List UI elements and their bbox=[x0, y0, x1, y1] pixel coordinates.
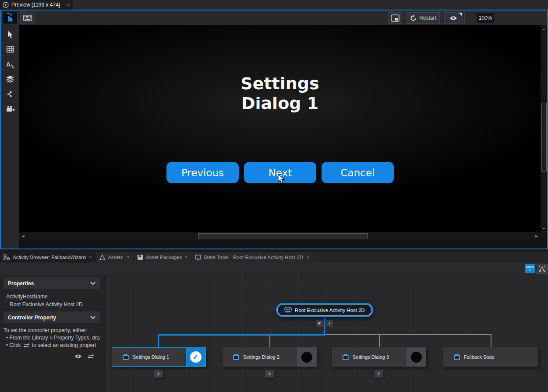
branch-tool-button[interactable] bbox=[3, 88, 17, 100]
tab-assets[interactable]: Assets × bbox=[96, 252, 134, 262]
controller-hint-bullet2: • Click to select an existing propert bbox=[6, 342, 104, 348]
check-icon: ✓ bbox=[190, 351, 202, 363]
connector-drop-dialog1 bbox=[158, 334, 159, 347]
property-action-buttons bbox=[74, 354, 94, 359]
add-transition-button[interactable]: + bbox=[265, 370, 274, 378]
tab-preview-label: Preview [1193 x 474] bbox=[11, 2, 60, 8]
connector-drop-dialog3 bbox=[379, 335, 380, 347]
state-node-settings-dialog-3[interactable]: Settings Dialog 3 bbox=[332, 347, 426, 367]
auto-layout-button[interactable]: AUTO ↓↑ bbox=[525, 264, 535, 273]
bottom-tab-bar: Activity Browser: FallbackWizard × Asset… bbox=[0, 252, 548, 262]
tab-preview[interactable]: Preview [1193 x 474] × bbox=[0, 0, 73, 10]
restart-button[interactable]: Restart bbox=[407, 12, 440, 24]
state-node-settings-dialog-2[interactable]: Settings Dialog 2 bbox=[223, 347, 317, 367]
close-icon[interactable]: × bbox=[306, 255, 309, 260]
visibility-dropdown-button[interactable] bbox=[444, 12, 463, 24]
toolbar-separator bbox=[464, 12, 465, 24]
dropdown-corner-icon bbox=[459, 13, 462, 16]
preview-horizontal-scrollbar[interactable]: ◀ ▶ bbox=[19, 232, 541, 240]
state-node-fallback-state[interactable]: Fallback State bbox=[443, 347, 538, 367]
scroll-right-icon[interactable]: ▶ bbox=[534, 232, 540, 240]
activity-host-icon bbox=[284, 307, 292, 313]
preview-tool-strip: A bbox=[1, 25, 19, 248]
inactive-state-indicator[interactable] bbox=[297, 347, 317, 367]
connector-root-stem bbox=[324, 317, 325, 334]
eye-icon bbox=[449, 16, 457, 21]
svg-text:A: A bbox=[6, 61, 11, 68]
chevron-down-icon bbox=[90, 316, 95, 319]
keyboard-icon bbox=[23, 15, 32, 21]
fit-to-view-button[interactable] bbox=[537, 264, 548, 274]
grid-tool-button[interactable] bbox=[3, 43, 17, 56]
tab-asset-packages[interactable]: Asset Packages × bbox=[134, 252, 191, 262]
cursor-arrow-icon bbox=[7, 31, 13, 38]
tab-activity-browser[interactable]: Activity Browser: FallbackWizard × bbox=[0, 252, 96, 262]
add-transition-button[interactable]: + bbox=[375, 370, 383, 378]
root-node-label: Root Exclusive Activity Host 2D bbox=[295, 308, 365, 313]
preview-toolbar: Restart 100% bbox=[1, 10, 547, 25]
add-child-button[interactable]: + bbox=[326, 320, 333, 327]
preview-window-button[interactable] bbox=[388, 12, 402, 24]
close-icon[interactable]: × bbox=[89, 255, 92, 260]
active-state-indicator[interactable]: ✓ bbox=[186, 348, 205, 366]
preview-vertical-scrollbar[interactable]: ▲ ▼ bbox=[541, 25, 547, 232]
fit-to-view-icon bbox=[539, 266, 545, 272]
layers-tool-button[interactable] bbox=[3, 73, 17, 85]
add-transition-button[interactable]: + bbox=[154, 370, 163, 378]
dialog-icon bbox=[454, 354, 460, 360]
swap-property-icon bbox=[23, 343, 30, 348]
branch-icon bbox=[7, 91, 14, 98]
inactive-state-indicator[interactable] bbox=[407, 347, 426, 367]
state-node-settings-dialog-1[interactable]: Settings Dialog 1 ✓ bbox=[112, 347, 206, 367]
text-node-tool-button[interactable]: A bbox=[3, 58, 17, 70]
close-icon[interactable]: × bbox=[184, 255, 187, 260]
horizontal-scroll-thumb[interactable] bbox=[198, 233, 368, 239]
restart-icon bbox=[410, 15, 417, 21]
application-window: Preview [1193 x 474] × bbox=[0, 0, 548, 392]
auto-arrows-icon: ↓↑ bbox=[529, 268, 531, 272]
state-node-label: Settings Dialog 1 bbox=[133, 354, 169, 360]
state-circle-icon bbox=[411, 352, 422, 363]
tab-label: Asset Packages bbox=[146, 255, 182, 260]
dialog-icon bbox=[123, 354, 129, 360]
state-node-label: Fallback State bbox=[464, 354, 495, 360]
keyboard-tool-button[interactable] bbox=[20, 12, 35, 24]
chevron-down-icon bbox=[90, 282, 95, 285]
tab-state-tools[interactable]: State Tools - Root Exclusive Activity Ho… bbox=[191, 252, 313, 262]
zoom-value-field[interactable]: 100% bbox=[477, 13, 494, 23]
text-node-icon: A bbox=[6, 61, 14, 68]
close-icon[interactable]: × bbox=[127, 255, 130, 260]
close-icon[interactable]: × bbox=[67, 2, 70, 8]
eye-icon[interactable] bbox=[74, 354, 82, 359]
hint-text: to select an existing propert bbox=[32, 342, 96, 348]
root-activity-host-node[interactable]: Root Exclusive Activity Host 2D bbox=[276, 303, 373, 317]
connector-drop-fallback bbox=[491, 335, 491, 347]
state-node-label: Settings Dialog 2 bbox=[243, 354, 279, 360]
scroll-down-icon[interactable]: ▼ bbox=[541, 225, 547, 231]
scroll-up-icon[interactable]: ▲ bbox=[541, 26, 547, 32]
swap-property-icon[interactable] bbox=[87, 354, 94, 359]
toolbar-separator bbox=[442, 12, 442, 24]
camera-icon bbox=[6, 106, 14, 112]
interact-tool-button[interactable] bbox=[3, 12, 18, 24]
state-node-label: Settings Dialog 3 bbox=[353, 354, 389, 360]
select-tool-button[interactable] bbox=[3, 28, 17, 41]
cancel-button[interactable]: Cancel bbox=[322, 162, 394, 183]
package-icon bbox=[137, 254, 143, 260]
vertical-scroll-thumb[interactable] bbox=[541, 103, 547, 172]
mouse-cursor-icon bbox=[278, 174, 285, 184]
scroll-left-icon[interactable]: ◀ bbox=[20, 232, 26, 240]
state-tools-toolbar: AUTO ↓↑ bbox=[0, 262, 548, 275]
camera-tool-button[interactable] bbox=[3, 103, 17, 115]
property-value-label: Root Exclusive Activity Host 2D bbox=[10, 301, 83, 308]
preview-viewport[interactable]: Settings Dialog 1 Previous Next Cancel bbox=[19, 25, 541, 232]
controller-hint-intro: To set the controller property, either: bbox=[4, 327, 103, 333]
preview-tab-bar: Preview [1193 x 474] × bbox=[0, 0, 548, 10]
properties-section-header[interactable]: Properties bbox=[4, 277, 100, 289]
previous-button[interactable]: Previous bbox=[166, 162, 239, 183]
state-graph-canvas[interactable]: Root Exclusive Activity Host 2D ◤ + Sett… bbox=[105, 275, 548, 392]
controller-property-section-header[interactable]: Controller Property bbox=[4, 312, 100, 323]
collapse-children-button[interactable]: ◤ bbox=[316, 320, 323, 327]
properties-panel: Properties ActivityHostName Root Exclusi… bbox=[0, 275, 105, 392]
bottom-panel: Properties ActivityHostName Root Exclusi… bbox=[0, 275, 548, 392]
